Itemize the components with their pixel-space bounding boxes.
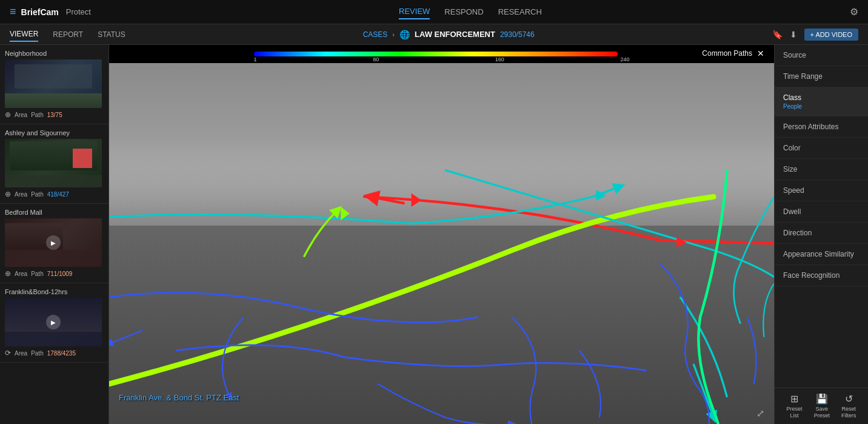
filter-color[interactable]: Color [775,138,868,159]
camera-meta-1: ⊕ Area Path 13/75 [5,110,104,119]
camera-meta-4: ⟳ Area Path 1788/4235 [5,349,104,357]
camera-item-ashley[interactable]: Ashley and Sigourney ⊕ Area Path 418/427 [0,124,109,204]
camera-title-2: Ashley and Sigourney [5,129,104,136]
svg-marker-3 [341,207,349,220]
save-preset-icon: 💾 [816,393,828,405]
area-label-1: Area [15,112,27,118]
camera-item-franklin[interactable]: Franklin&Bond-12hrs ▶ ⟳ Area Path 1788/4… [0,283,109,363]
filter-time-range[interactable]: Time Range [775,66,868,87]
tab-viewer[interactable]: VIEWER [10,27,38,42]
download-icon[interactable]: ⬇ [790,30,797,39]
timeline: 1 80 160 240 Common Paths ✕ [109,45,774,63]
tab-status[interactable]: STATUS [98,28,125,41]
preset-list-icon: ⊞ [790,393,798,405]
right-sidebar: Source Time Range Class People Person At… [774,45,868,424]
bookmark-icon[interactable]: 🔖 [772,30,783,39]
camera-item-neighborhood[interactable]: Neighborhood ⊕ Area Path 13/75 [0,45,109,124]
camera-thumb-3: ▶ [5,218,102,267]
logo-area: ≡ BriefCam Protect [10,5,91,18]
filter-direction[interactable]: Direction [775,223,868,244]
case-title: LAW ENFORCEMENT [415,30,495,39]
reset-filters-icon: ↺ [845,393,853,405]
video-frame: Franklin Ave. & Bond St. PTZ East ⤢ [109,63,774,424]
close-paths-button[interactable]: ✕ [757,49,764,58]
nav-research[interactable]: RESEARCH [498,5,542,19]
filter-person-attributes[interactable]: Person Attributes [775,116,868,138]
breadcrumb-separator: › [392,31,395,38]
tab-report[interactable]: REPORT [53,28,83,41]
filter-speed[interactable]: Speed [775,180,868,201]
layers-icon-1: ⊕ [5,110,11,119]
left-sidebar: Neighborhood ⊕ Area Path 13/75 Ashley an… [0,45,109,424]
area-label-3: Area [15,271,27,277]
save-preset-button[interactable]: 💾 SavePreset [814,393,830,419]
camera-item-bedford[interactable]: Bedford Mall ▶ ⊕ Area Path 711/1009 [0,204,109,283]
save-preset-label: SavePreset [814,406,830,419]
nav-review[interactable]: REVIEW [399,4,430,19]
preset-list-label: PresetList [787,406,803,419]
camera-meta-3: ⊕ Area Path 711/1009 [5,269,104,278]
case-count: 2930/5746 [500,30,535,39]
count-1: 13/75 [47,112,62,118]
camera-thumb-1 [5,59,102,108]
top-nav: ≡ BriefCam Protect REVIEW RESPOND RESEAR… [0,0,868,24]
logo-text: BriefCam [21,7,59,17]
reset-filters-label: ResetFilters [841,406,856,419]
globe-icon: 🌐 [399,30,410,39]
layers-icon-3: ⊕ [5,269,11,278]
camera-title-1: Neighborhood [5,50,104,57]
camera-meta-2: ⊕ Area Path 418/427 [5,190,104,198]
settings-icon[interactable]: ⚙ [850,6,858,18]
area-label-2: Area [15,191,27,198]
filter-appearance-similarity[interactable]: Appearance Similarity [775,244,868,265]
sub-nav-right: 🔖 ⬇ + ADD VIDEO [772,29,858,41]
filter-spacer [775,286,868,388]
path-label-1: Path [31,112,44,118]
sub-nav: VIEWER REPORT STATUS CASES › 🌐 LAW ENFOR… [0,24,868,45]
count-2: 418/427 [47,191,69,198]
common-paths-label: Common Paths ✕ [702,49,764,58]
street-label: Franklin Ave. & Bond St. PTZ East [119,393,239,402]
play-btn-4[interactable]: ▶ [46,315,61,329]
cases-link[interactable]: CASES [363,30,388,39]
center-video: 1 80 160 240 Common Paths ✕ [109,45,774,424]
camera-thumb-4: ▶ [5,298,102,346]
camera-title-4: Franklin&Bond-12hrs [5,288,104,295]
play-btn-3[interactable]: ▶ [46,235,61,250]
path-label-3: Path [31,271,44,277]
camera-title-3: Bedford Mall [5,209,104,216]
logo-protect: Protect [66,7,91,16]
reset-filters-button[interactable]: ↺ ResetFilters [841,393,856,419]
count-4: 1788/4235 [47,350,76,357]
count-3: 711/1009 [47,271,73,277]
camera-thumb-2 [5,139,102,187]
breadcrumb: CASES › 🌐 LAW ENFORCEMENT 2930/5746 [140,30,758,39]
timeline-labels: 1 80 160 240 [254,56,630,62]
filter-class[interactable]: Class People [775,87,868,116]
preset-list-button[interactable]: ⊞ PresetList [787,393,803,419]
layers-icon-4: ⟳ [5,349,11,357]
add-video-button[interactable]: + ADD VIDEO [804,29,858,41]
layers-icon-2: ⊕ [5,190,11,198]
path-label-4: Path [31,350,44,357]
timeline-bar[interactable] [254,52,618,56]
area-label-4: Area [15,350,27,357]
filter-source[interactable]: Source [775,45,868,66]
filter-face-recognition[interactable]: Face Recognition [775,265,868,286]
filter-class-sub: People [783,103,860,110]
filter-size[interactable]: Size [775,159,868,180]
briefcam-logo-icon: ≡ [10,5,16,18]
bottom-toolbar: ⊞ PresetList 💾 SavePreset ↺ ResetFilters [775,388,868,424]
top-nav-items: REVIEW RESPOND RESEARCH [399,4,542,19]
zoom-controls[interactable]: ⤢ [756,408,764,419]
nav-respond[interactable]: RESPOND [444,5,483,19]
top-nav-right: ⚙ [850,6,858,18]
filter-dwell[interactable]: Dwell [775,201,868,223]
main-layout: Neighborhood ⊕ Area Path 13/75 Ashley an… [0,45,868,424]
path-label-2: Path [31,191,44,198]
